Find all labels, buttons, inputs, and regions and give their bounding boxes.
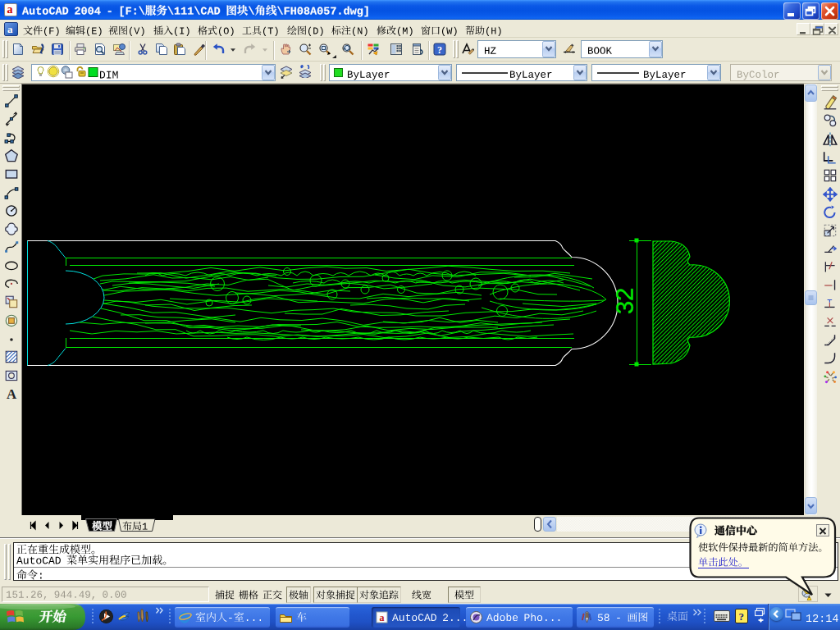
svg-text:a: a xyxy=(380,612,385,623)
svg-text:?: ? xyxy=(437,44,442,56)
svg-text:A: A xyxy=(6,386,16,401)
